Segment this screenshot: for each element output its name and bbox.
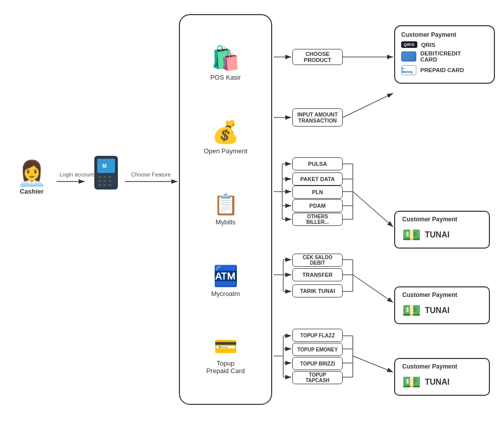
action-input-amount: INPUT AMOUNT TRANSACTION [292, 108, 343, 127]
payment-box-mycroatm: Customer Payment 💵 TUNAI [394, 286, 490, 324]
feature-open-payment: 💰 Open Payment [191, 119, 261, 155]
open-payment-label: Open Payment [204, 147, 247, 155]
svg-line-6 [343, 93, 393, 117]
qris-badge: QRIS [401, 41, 417, 48]
payment-box-topup: Customer Payment 💵 TUNAI [394, 358, 490, 396]
svg-line-30 [353, 275, 393, 303]
tunai-topup-icon: 💵 [402, 373, 421, 391]
prepaid-label: PREPAID CARD [420, 67, 464, 73]
tunai-mycroatm-label: TUNAI [425, 306, 450, 315]
tunai-topup-label: TUNAI [425, 378, 450, 387]
tunai-mycroatm-icon: 💵 [402, 302, 421, 319]
payment-box-mybills: Customer Payment 💵 TUNAI [394, 211, 490, 249]
device-section: M [88, 154, 123, 194]
pos-kasir-icon: 🛍️ [211, 44, 240, 72]
action-paket-data: PAKET DATA [292, 172, 343, 186]
action-topup-flazz: TOPUP FLAZZ [292, 329, 343, 342]
tunai-mybills-content: 💵 TUNAI [402, 226, 482, 244]
payment-box-1-title: Customer Payment [401, 31, 488, 38]
action-pln: PLN [292, 186, 343, 199]
debit-card-icon [401, 51, 416, 62]
topup-icon: 💳 [214, 335, 237, 357]
svg-text:M: M [102, 163, 106, 169]
action-transfer: TRANSFER [292, 268, 343, 281]
action-pulsa: PULSA [292, 157, 343, 170]
action-topup-tapcash: TOPUP TAPCASH [292, 371, 343, 384]
qris-label: QRIS [421, 42, 435, 48]
payment-item-debit: DEBIT/CREDITCARD [401, 50, 488, 63]
cashier-section: 👩‍💼 Cashier [9, 161, 54, 195]
svg-rect-50 [103, 180, 106, 182]
action-pdam: PDAM [292, 199, 343, 212]
tunai-topup-content: 💵 TUNAI [402, 373, 482, 391]
diagram-container: 👩‍💼 Cashier Login account M Choose Featu… [0, 0, 504, 421]
svg-rect-46 [98, 176, 101, 178]
feature-mybills: 📋 Mybills [191, 193, 261, 226]
svg-rect-47 [103, 176, 106, 178]
open-payment-icon: 💰 [212, 119, 239, 145]
svg-line-42 [353, 356, 393, 372]
svg-rect-51 [108, 180, 111, 182]
action-topup-emoney: TOPUP EMONEY [292, 343, 343, 356]
payment-box-mybills-title: Customer Payment [402, 216, 482, 223]
svg-rect-52 [98, 184, 101, 186]
cashier-icon: 👩‍💼 [17, 161, 47, 186]
pos-kasir-label: POS Kasir [210, 74, 241, 81]
payment-item-prepaid: e-Money PREPAID CARD [401, 65, 488, 75]
mycroatm-icon: 🏧 [213, 264, 238, 288]
payment-box-topup-title: Customer Payment [402, 363, 482, 370]
mybills-label: Mybills [216, 218, 236, 226]
action-topup-brizzi: TOPUP BRIZZI [292, 357, 343, 370]
svg-rect-54 [108, 184, 111, 186]
payment-box-1: Customer Payment QRIS QRIS DEBIT/CREDITC… [394, 25, 495, 84]
tunai-mybills-label: TUNAI [425, 230, 450, 239]
feature-topup: 💳 TopupPrepaid Card [191, 335, 261, 375]
action-tarik-tunai: TARIK TUNAI [292, 284, 343, 297]
svg-rect-49 [98, 180, 101, 182]
prepaid-card-icon: e-Money [401, 65, 416, 75]
choose-feature-label: Choose Feature [131, 171, 171, 177]
payment-box-mycroatm-title: Customer Payment [402, 291, 482, 298]
svg-line-20 [353, 192, 393, 227]
svg-rect-48 [108, 176, 111, 178]
tunai-mycroatm-content: 💵 TUNAI [402, 302, 482, 319]
topup-label: TopupPrepaid Card [206, 359, 245, 375]
feature-pos-kasir: 🛍️ POS Kasir [191, 44, 261, 81]
action-cek-saldo: CEK SALDO DEBIT [292, 254, 343, 267]
svg-rect-53 [103, 184, 106, 186]
action-others-biller: OTHERS BILLER... [292, 213, 343, 226]
main-feature-box: 🛍️ POS Kasir 💰 Open Payment 📋 Mybills 🏧 … [179, 14, 272, 405]
payment-item-qris: QRIS QRIS [401, 41, 488, 48]
action-choose-product: CHOOSE PRODUCT [292, 49, 343, 65]
cashier-label: Cashier [20, 188, 44, 195]
tunai-mybills-icon: 💵 [402, 226, 421, 244]
feature-mycroatm: 🏧 Mycroatm [191, 264, 261, 297]
device-icon: M [92, 154, 120, 194]
debit-label: DEBIT/CREDITCARD [420, 50, 461, 63]
mybills-icon: 📋 [213, 193, 238, 216]
mycroatm-label: Mycroatm [211, 290, 240, 297]
